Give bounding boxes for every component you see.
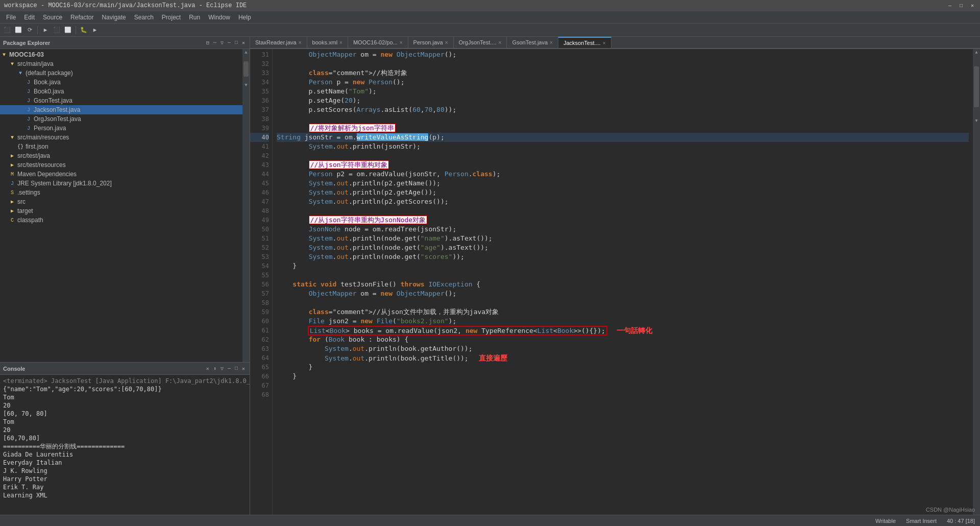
tab-close-button[interactable]: × <box>499 40 502 45</box>
code-line[interactable] <box>277 114 969 124</box>
close-view-button[interactable]: ✕ <box>240 39 247 46</box>
collapse-all-button[interactable]: ⊟ <box>205 39 211 46</box>
code-line[interactable]: Person p = new Person(); <box>277 78 969 87</box>
maximize-view-button[interactable]: □ <box>233 39 239 46</box>
code-line[interactable]: System.out.println(p2.getAge()); <box>277 188 969 197</box>
code-line[interactable]: } <box>277 363 969 372</box>
tree-expand-icon[interactable]: J <box>24 115 33 123</box>
code-line[interactable]: p.setAge(20); <box>277 96 969 105</box>
scroll-down-button[interactable]: ▼ <box>973 117 980 125</box>
tree-item[interactable]: JPerson.java <box>0 124 242 133</box>
tree-item[interactable]: ▶target <box>0 206 242 216</box>
tree-expand-icon[interactable]: ▶ <box>8 198 16 206</box>
code-line[interactable]: //从json字符串重构对象 <box>277 160 969 170</box>
console-view-menu-button[interactable]: ▽ <box>219 365 225 372</box>
code-line[interactable]: for (Book book : books) { <box>277 335 969 344</box>
menu-item-search[interactable]: Search <box>130 11 158 23</box>
tree-expand-icon[interactable]: {} <box>16 142 24 151</box>
tree-expand-icon[interactable]: S <box>8 188 16 197</box>
tree-item[interactable]: JGsonTest.java <box>0 96 242 105</box>
tree-expand-icon[interactable]: J <box>24 124 33 132</box>
menu-item-window[interactable]: Window <box>204 11 234 23</box>
code-line[interactable]: System.out.println(node.get("scores")); <box>277 252 969 261</box>
toolbar-btn[interactable]: ⬛ <box>2 25 12 35</box>
menu-item-refactor[interactable]: Refactor <box>66 11 97 23</box>
code-line[interactable] <box>277 390 969 399</box>
tree-item[interactable]: ▶src/test/resources <box>0 160 242 170</box>
toolbar-btn[interactable]: ▶ <box>40 25 51 35</box>
menu-item-help[interactable]: Help <box>234 11 255 23</box>
tree-item[interactable]: JBook0.java <box>0 87 242 96</box>
tab-close-button[interactable]: × <box>400 40 403 45</box>
editor-tab[interactable]: Person.java× <box>408 37 454 48</box>
tree-item[interactable]: ▼src/main/java <box>0 59 242 68</box>
code-line[interactable]: static void testJsonFile() throws IOExce… <box>277 280 969 289</box>
tree-expand-icon[interactable]: J <box>24 106 33 114</box>
scroll-thumb[interactable] <box>243 61 249 77</box>
code-line[interactable] <box>277 206 969 216</box>
console-maximize-button[interactable]: □ <box>233 365 239 372</box>
menu-item-source[interactable]: Source <box>39 11 66 23</box>
tree-item[interactable]: ▶src <box>0 197 242 206</box>
tab-close-button[interactable]: × <box>445 40 448 45</box>
tree-item[interactable]: ▶src/test/java <box>0 151 242 160</box>
tree-item[interactable]: Cclasspath <box>0 216 242 225</box>
code-line[interactable]: class="comment">//构造对象 <box>277 68 969 78</box>
toolbar-btn[interactable]: ⬜ <box>13 25 23 35</box>
code-line[interactable]: //将对象解析为json字符串 <box>277 124 969 133</box>
tree-item[interactable]: ▼MOOC16-03 <box>0 50 242 59</box>
scroll-up-button[interactable]: ▲ <box>242 49 250 56</box>
code-line[interactable]: System.out.println(node.get("name").asTe… <box>277 234 969 243</box>
tree-item[interactable]: ▼(default package) <box>0 68 242 78</box>
code-line[interactable]: System.out.println(book.getTitle());直接遍歷 <box>277 353 969 363</box>
code-line[interactable]: //从json字符串重构为JsonNode对象 <box>277 216 969 225</box>
code-line[interactable]: List<Book> books = om.readValue(json2, n… <box>277 326 969 335</box>
scroll-up-button[interactable]: ▲ <box>973 49 980 56</box>
code-line[interactable]: ObjectMapper om = new ObjectMapper(); <box>277 289 969 298</box>
code-line[interactable] <box>277 59 969 68</box>
close-button[interactable]: ✕ <box>969 2 976 9</box>
editor-tab[interactable]: JacksonTest....× <box>558 37 611 48</box>
tree-item[interactable]: JOrgJsonTest.java <box>0 114 242 124</box>
code-line[interactable]: ObjectMapper om = new ObjectMapper(); <box>277 50 969 59</box>
menu-item-run[interactable]: Run <box>185 11 204 23</box>
menu-item-navigate[interactable]: Navigate <box>97 11 130 23</box>
tree-item[interactable]: JBook.java <box>0 78 242 87</box>
minimize-button[interactable]: — <box>946 2 953 9</box>
menu-item-project[interactable]: Project <box>158 11 185 23</box>
tree-expand-icon[interactable]: C <box>8 216 16 224</box>
tree-item[interactable]: JJacksonTest.java <box>0 105 242 114</box>
editor-tab[interactable]: OrgJsonTest....× <box>454 37 507 48</box>
code-content[interactable]: ObjectMapper om = new ObjectMapper(); cl… <box>273 49 973 526</box>
tree-expand-icon[interactable]: ▼ <box>16 69 24 77</box>
scroll-thumb[interactable] <box>974 66 979 107</box>
console-minimize-button[interactable]: — <box>226 365 232 372</box>
code-line[interactable] <box>277 381 969 390</box>
tree-item[interactable]: ▼src/main/resources <box>0 133 242 142</box>
code-line[interactable] <box>277 298 969 307</box>
link-editor-button[interactable]: ↔ <box>212 39 218 46</box>
tree-expand-icon[interactable]: ▶ <box>8 207 16 215</box>
code-line[interactable]: p.setScores(Arrays.asList(60,70,80)); <box>277 105 969 114</box>
code-line[interactable]: File json2 = new File("books2.json"); <box>277 317 969 326</box>
console-scroll-button[interactable]: ⬇ <box>212 365 218 372</box>
tree-expand-icon[interactable]: J <box>24 78 33 86</box>
tree-item[interactable]: JJRE System Library [jdk1.8.0_202] <box>0 179 242 188</box>
code-line[interactable]: } <box>277 372 969 381</box>
editor-scrollbar[interactable]: ▲ ▼ <box>973 49 980 526</box>
menu-item-file[interactable]: File <box>2 11 20 23</box>
minimize-view-button[interactable]: — <box>226 39 232 46</box>
toolbar-btn[interactable]: ⬛ <box>52 25 62 35</box>
tree-expand-icon[interactable]: M <box>8 170 16 178</box>
view-menu-button[interactable]: ▽ <box>219 39 225 46</box>
tree-item[interactable]: MMaven Dependencies <box>0 170 242 179</box>
code-line[interactable]: System.out.println(node.get("age").asTex… <box>277 243 969 252</box>
code-line[interactable]: String jsonStr = om.writeValueAsString(p… <box>277 133 969 142</box>
package-explorer-scrollbar[interactable]: ▲ ▼ <box>242 49 250 362</box>
scroll-down-button[interactable]: ▼ <box>242 82 250 89</box>
code-line[interactable]: System.out.println(p2.getScores()); <box>277 197 969 206</box>
code-line[interactable]: JsonNode node = om.readTree(jsonStr); <box>277 225 969 234</box>
tree-expand-icon[interactable]: ▼ <box>0 51 8 59</box>
code-line[interactable]: } <box>277 261 969 271</box>
tab-close-button[interactable]: × <box>550 40 553 45</box>
